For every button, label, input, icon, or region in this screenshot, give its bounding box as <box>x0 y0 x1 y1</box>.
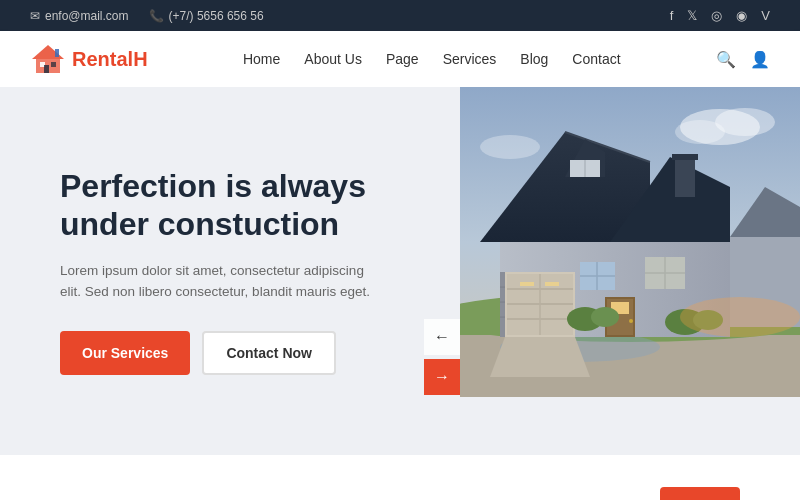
svg-marker-0 <box>32 45 64 59</box>
nav-blog[interactable]: Blog <box>520 51 548 67</box>
twitter-icon[interactable]: 𝕏 <box>687 8 697 23</box>
nav-about[interactable]: About Us <box>304 51 362 67</box>
contact-now-button[interactable]: Contact Now <box>202 331 336 375</box>
svg-rect-3 <box>51 62 56 67</box>
vimeo-icon[interactable]: V <box>761 8 770 23</box>
nav-services[interactable]: Services <box>443 51 497 67</box>
user-icon[interactable]: 👤 <box>750 50 770 69</box>
phone-icon: 📞 <box>149 9 164 23</box>
nav-home[interactable]: Home <box>243 51 280 67</box>
main-nav: Home About Us Page Services Blog Contact <box>243 51 621 67</box>
svg-rect-40 <box>545 282 559 286</box>
svg-point-58 <box>680 297 800 337</box>
hero-section: Perfection is always under constuction L… <box>0 87 800 455</box>
phone-info: 📞 (+7/) 5656 656 56 <box>149 9 264 23</box>
hero-buttons: Our Services Contact Now <box>60 331 440 375</box>
svg-point-10 <box>480 135 540 159</box>
email-icon: ✉ <box>30 9 40 23</box>
bottom-section <box>0 455 800 500</box>
svg-rect-5 <box>55 49 59 57</box>
svg-rect-51 <box>645 257 685 289</box>
logo-accent: H <box>133 48 147 70</box>
logo: RentalH <box>30 43 148 75</box>
rss-icon[interactable]: ◉ <box>736 8 747 23</box>
nav-contact[interactable]: Contact <box>572 51 620 67</box>
svg-rect-29 <box>672 154 698 160</box>
nav-utility-icons: 🔍 👤 <box>716 50 770 69</box>
hero-house-image <box>460 87 800 397</box>
logo-text: RentalH <box>72 48 148 71</box>
nav-page[interactable]: Page <box>386 51 419 67</box>
email-text: enfo@mail.com <box>45 9 129 23</box>
svg-marker-57 <box>490 337 590 377</box>
social-links: f 𝕏 ◎ ◉ V <box>670 8 770 23</box>
hero-description: Lorem ipsum dolor sit amet, consectetur … <box>60 260 380 303</box>
hero-content: Perfection is always under constuction L… <box>60 167 440 375</box>
logo-main: Rental <box>72 48 133 70</box>
logo-icon <box>30 43 66 75</box>
svg-rect-4 <box>44 65 49 73</box>
phone-text: (+7/) 5656 656 56 <box>169 9 264 23</box>
instagram-icon[interactable]: ◎ <box>711 8 722 23</box>
house-svg <box>460 87 800 397</box>
facebook-icon[interactable]: f <box>670 8 674 23</box>
bottom-accent <box>660 487 740 500</box>
email-info: ✉ enfo@mail.com <box>30 9 129 23</box>
svg-point-54 <box>591 307 619 327</box>
search-icon[interactable]: 🔍 <box>716 50 736 69</box>
svg-rect-39 <box>520 282 534 286</box>
svg-rect-28 <box>675 157 695 197</box>
our-services-button[interactable]: Our Services <box>60 331 190 375</box>
header: RentalH Home About Us Page Services Blog… <box>0 31 800 87</box>
top-bar-contact: ✉ enfo@mail.com 📞 (+7/) 5656 656 56 <box>30 9 264 23</box>
svg-point-9 <box>675 120 725 144</box>
top-bar: ✉ enfo@mail.com 📞 (+7/) 5656 656 56 f 𝕏 … <box>0 0 800 31</box>
hero-title: Perfection is always under constuction <box>60 167 440 244</box>
